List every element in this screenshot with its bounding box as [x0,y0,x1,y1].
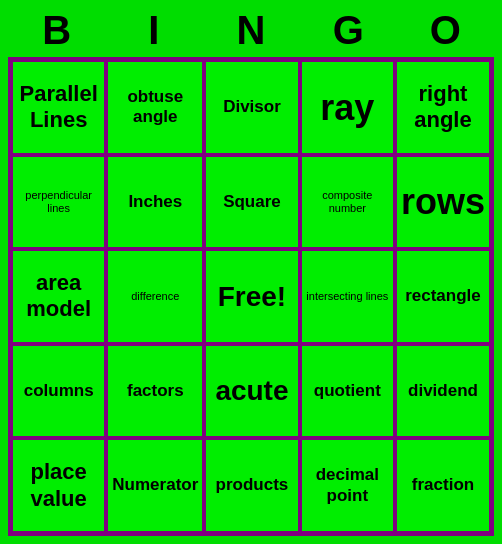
cell-text: rectangle [405,286,481,306]
header-letter: I [105,8,202,53]
bingo-cell: acute [204,344,299,439]
cell-text: Inches [128,192,182,212]
bingo-cell: difference [106,249,204,344]
cell-text: intersecting lines [306,290,388,303]
bingo-cell: dividend [395,344,491,439]
bingo-cell: Numerator [106,438,204,533]
cell-text: obtuse angle [112,87,198,128]
cell-text: ray [320,86,374,129]
cell-text: Divisor [223,97,281,117]
cell-text: quotient [314,381,381,401]
cell-text: Square [223,192,281,212]
bingo-cell: Inches [106,155,204,250]
cell-text: composite number [306,189,389,215]
cell-text: products [216,475,289,495]
cell-text: dividend [408,381,478,401]
bingo-cell: decimal point [300,438,395,533]
cell-text: decimal point [306,465,389,506]
cell-text: place value [17,459,100,512]
cell-text: right angle [401,81,485,134]
cell-text: Numerator [112,475,198,495]
cell-text: rows [401,180,485,223]
bingo-cell: rectangle [395,249,491,344]
bingo-cell: composite number [300,155,395,250]
bingo-cell: Parallel Lines [11,60,106,155]
bingo-cell: quotient [300,344,395,439]
cell-text: Parallel Lines [17,81,100,134]
cell-text: factors [127,381,184,401]
bingo-cell: columns [11,344,106,439]
cell-text: acute [215,374,288,408]
header-letter: N [202,8,299,53]
cell-text: Free! [218,280,286,314]
bingo-cell: perpendicular lines [11,155,106,250]
bingo-cell: Square [204,155,299,250]
bingo-header: BINGO [8,8,494,53]
bingo-cell: obtuse angle [106,60,204,155]
bingo-cell: intersecting lines [300,249,395,344]
bingo-cell: Divisor [204,60,299,155]
header-letter: O [397,8,494,53]
bingo-cell: right angle [395,60,491,155]
header-letter: G [300,8,397,53]
bingo-cell: place value [11,438,106,533]
bingo-cell: fraction [395,438,491,533]
bingo-cell: area model [11,249,106,344]
cell-text: area model [17,270,100,323]
bingo-cell: products [204,438,299,533]
bingo-cell: Free! [204,249,299,344]
bingo-grid: Parallel Linesobtuse angleDivisorrayrigh… [8,57,494,536]
cell-text: fraction [412,475,474,495]
bingo-cell: factors [106,344,204,439]
cell-text: perpendicular lines [17,189,100,215]
cell-text: columns [24,381,94,401]
bingo-cell: ray [300,60,395,155]
bingo-cell: rows [395,155,491,250]
cell-text: difference [131,290,179,303]
header-letter: B [8,8,105,53]
